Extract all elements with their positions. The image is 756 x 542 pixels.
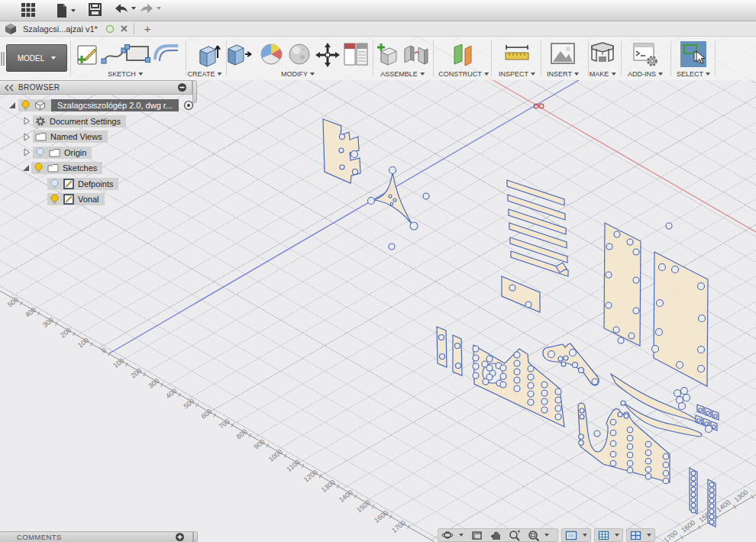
hole-strip-b-hole[interactable] [709, 509, 714, 514]
tri-spoke-hole[interactable] [368, 198, 375, 205]
gun-plate-hole[interactable] [663, 462, 669, 468]
panel-2-hole[interactable] [698, 366, 705, 373]
hole-strip-a-hole[interactable] [691, 487, 696, 492]
washer-cluster-hole[interactable] [683, 395, 690, 402]
rectangle-2pt-button[interactable] [124, 41, 151, 66]
lone-circles-hole[interactable] [666, 223, 672, 229]
panel-1[interactable] [604, 223, 641, 346]
hole-strip-a-hole[interactable] [691, 482, 696, 486]
holey-plate-hole[interactable] [473, 346, 479, 352]
file-icon[interactable] [56, 3, 76, 18]
expanded-triangle-icon[interactable] [9, 102, 15, 108]
holey-plate-hole[interactable] [528, 382, 534, 389]
gun-plate-hole[interactable] [579, 434, 584, 440]
holey-plate-hole[interactable] [473, 363, 479, 369]
gun-plate-hole[interactable] [663, 478, 669, 484]
sketch-badge-icon[interactable] [63, 194, 74, 205]
gun-plate-hole[interactable] [618, 412, 622, 417]
holey-plate-hole[interactable] [555, 397, 561, 403]
gun-plate-hole[interactable] [610, 440, 616, 447]
bracket-arm-hole[interactable] [564, 356, 568, 360]
physical-material-button[interactable] [286, 41, 312, 67]
panel-2-hole[interactable] [698, 283, 705, 290]
block-grid-hole[interactable] [714, 415, 717, 418]
panel-2-hole[interactable] [677, 362, 683, 369]
look-at-icon[interactable] [471, 531, 483, 540]
panel-2-hole[interactable] [698, 347, 705, 353]
small-plate-hole[interactable] [525, 302, 531, 308]
tri-spoke-hole[interactable] [389, 195, 392, 198]
component-cube-icon[interactable] [34, 100, 46, 111]
block-grid-hole[interactable] [706, 411, 709, 415]
holey-plate-hole[interactable] [473, 373, 479, 379]
lone-circles-hole[interactable] [594, 431, 600, 437]
scripts-addins-button[interactable] [632, 41, 659, 67]
gun-plate-hole[interactable] [627, 435, 633, 441]
panel-1-hole[interactable] [628, 333, 635, 339]
gear-icon[interactable] [35, 116, 46, 127]
thin-strip-a-hole[interactable] [439, 335, 444, 340]
collapsed-triangle-icon[interactable] [23, 117, 31, 125]
hole-strip-a-hole[interactable] [691, 492, 696, 497]
holey-plate-hole[interactable] [528, 399, 534, 405]
bracket-arm-hole[interactable] [558, 356, 563, 361]
small-plate[interactable] [502, 276, 540, 312]
gun-plate-hole[interactable] [610, 460, 616, 466]
fit-icon[interactable] [528, 530, 539, 541]
viewports-icon[interactable] [630, 531, 641, 540]
washer-cluster-hole[interactable] [679, 403, 686, 410]
ribbon-group-construct[interactable]: CONSTRUCT [438, 70, 489, 78]
workspace-dropdown[interactable]: MODEL [6, 44, 67, 72]
hole-strip-a-hole[interactable] [691, 508, 696, 513]
redo-icon[interactable] [140, 3, 161, 14]
chevron-down-icon[interactable] [131, 7, 136, 10]
tri-spoke-hole[interactable] [390, 202, 393, 205]
puzzle-piece-hole[interactable] [353, 169, 358, 175]
ribbon-group-inspect[interactable]: INSPECT [499, 70, 535, 78]
print-3d-button[interactable] [589, 41, 616, 67]
holey-plate-hole[interactable] [473, 355, 479, 361]
lone-circles-hole[interactable] [621, 401, 625, 405]
ribbon-group-insert[interactable]: INSERT [547, 70, 579, 78]
display-settings-icon[interactable] [565, 531, 577, 540]
gun-plate-hole[interactable] [645, 473, 651, 479]
holey-plate-hole[interactable] [541, 390, 548, 396]
block-grid-hole[interactable] [712, 425, 716, 428]
appearance-button[interactable] [258, 41, 284, 67]
lone-circles-hole[interactable] [706, 426, 712, 433]
panel-2-hole[interactable] [657, 300, 664, 307]
gun-plate-hole[interactable] [624, 414, 628, 418]
bracket-arm-hole[interactable] [573, 363, 578, 368]
panel-1-hole[interactable] [633, 277, 639, 283]
bulb-on-icon[interactable] [34, 163, 44, 173]
tri-spoke-hole[interactable] [389, 167, 396, 174]
puzzle-piece-hole[interactable] [339, 148, 344, 153]
hole-strip-a-hole[interactable] [691, 503, 696, 508]
sketch-badge-icon[interactable] [63, 179, 74, 189]
gun-plate-hole[interactable] [645, 450, 651, 456]
panel-2-hole[interactable] [659, 264, 666, 271]
block-grid-hole[interactable] [697, 419, 700, 422]
gun-plate-hole[interactable] [627, 452, 633, 458]
ribbon-group-add-ins[interactable]: ADD-INS [628, 70, 663, 78]
browser-panel-header[interactable]: BROWSER [0, 80, 192, 95]
browser-row[interactable]: Document Settings [0, 115, 199, 127]
hole-strip-a-hole[interactable] [691, 498, 696, 502]
browser-row[interactable]: Sketches [0, 162, 199, 174]
measure-button[interactable] [502, 41, 532, 66]
browser-row[interactable]: Named Views [0, 131, 199, 143]
holey-plate-hole[interactable] [514, 352, 520, 358]
bracket-arm-hole[interactable] [579, 368, 584, 373]
panel-1-hole[interactable] [618, 337, 624, 344]
hole-strip-b-hole[interactable] [709, 493, 714, 498]
zoom-icon[interactable] [509, 530, 520, 541]
new-component-button[interactable] [375, 41, 404, 69]
bracket-arm-hole[interactable] [592, 379, 598, 385]
holey-plate-hole[interactable] [500, 382, 506, 388]
holey-plate-hole[interactable] [541, 382, 548, 388]
toolbar-grip[interactable] [1, 52, 5, 66]
grid-settings-icon[interactable] [598, 531, 609, 540]
washer-cluster-hole[interactable] [674, 390, 681, 397]
move-button[interactable] [314, 41, 341, 69]
gun-plate-hole[interactable] [645, 441, 651, 447]
